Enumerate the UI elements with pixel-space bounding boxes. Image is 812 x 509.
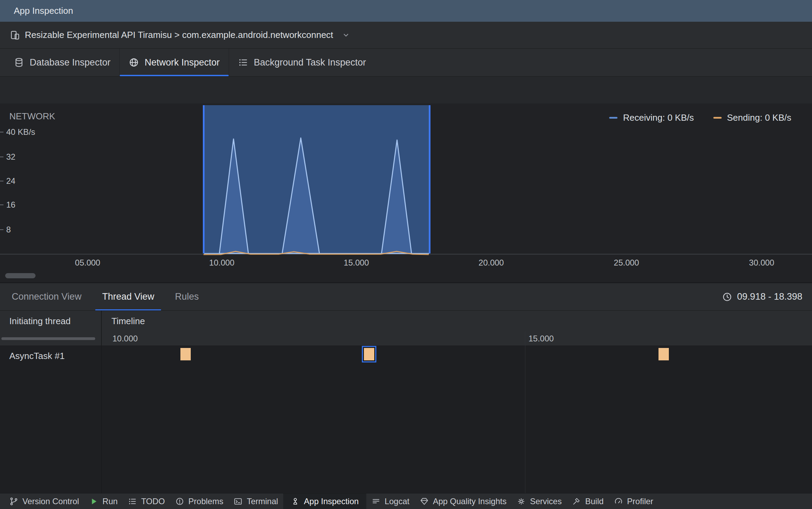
table-header-row: Initiating thread Timeline (0, 311, 812, 331)
y-axis-tick: 32 (0, 152, 16, 162)
timeline-tick: 10.000 (112, 334, 138, 343)
timeline-scrollbar-thumb[interactable] (5, 273, 36, 278)
chevron-down-icon (341, 31, 350, 40)
column-header-timeline[interactable]: Timeline (101, 316, 145, 327)
toolbar-item-build[interactable]: Build (567, 493, 608, 509)
terminal-icon (234, 497, 242, 506)
tool-window-titlebar: App Inspection (0, 0, 812, 22)
tool-window-bar: Version Control Run TODO Problems Termin… (0, 493, 812, 509)
y-axis-tick: 40 KB/s (0, 127, 35, 137)
x-axis-tick: 05.000 (75, 258, 100, 268)
tick-mark (0, 132, 3, 132)
chart-legend: Receiving: 0 KB/s Sending: 0 KB/s (609, 112, 791, 123)
app-inspection-icon (291, 497, 300, 506)
toolbar-item-todo[interactable]: TODO (123, 493, 170, 509)
services-gear-icon (517, 497, 526, 506)
legend-receiving-label: Receiving: 0 KB/s (623, 112, 694, 123)
resizable-device-icon (10, 30, 20, 40)
toolbar-item-services[interactable]: Services (512, 493, 567, 509)
toolbar-item-app-quality-insights[interactable]: App Quality Insights (415, 493, 512, 509)
tab-label: Database Inspector (30, 57, 110, 68)
y-axis-tick: 24 (0, 176, 16, 186)
toolbar-item-run[interactable]: Run (84, 493, 123, 509)
selection-left-handle (203, 105, 205, 253)
selected-time-range: 09.918 - 18.398 (722, 283, 802, 310)
toolbar-item-label: Terminal (247, 497, 278, 506)
x-axis-tick: 15.000 (344, 258, 369, 268)
receiving-swatch-icon (609, 117, 617, 119)
detail-tab-bar: Connection View Thread View Rules 09.918… (0, 283, 812, 311)
network-usage-chart[interactable]: NETWORK Receiving: 0 KB/s Sending: 0 KB/… (0, 103, 812, 283)
network-event-marker[interactable] (180, 348, 191, 360)
column-header-initiating-thread[interactable]: Initiating thread (0, 316, 101, 327)
x-axis-tick: 20.000 (478, 258, 504, 268)
globe-icon (129, 57, 139, 68)
process-selector[interactable]: Resizable Experimental API Tiramisu > co… (10, 30, 350, 40)
tick-mark (0, 157, 3, 157)
hammer-icon (572, 497, 581, 506)
task-list-icon (238, 57, 248, 68)
thread-rows-area[interactable]: AsyncTask #1 (0, 346, 812, 493)
tab-database-inspector[interactable]: Database Inspector (5, 49, 119, 76)
tool-window-title: App Inspection (14, 6, 73, 16)
inspector-tab-bar: Database Inspector Network Inspector Bac… (0, 49, 812, 77)
x-axis-tick: 10.000 (209, 258, 234, 268)
chart-title: NETWORK (9, 111, 55, 122)
tab-connection-view[interactable]: Connection View (5, 283, 88, 310)
y-axis-tick: 8 (0, 225, 11, 234)
tab-label: Network Inspector (145, 57, 220, 68)
toolbar-item-label: App Quality Insights (433, 497, 506, 506)
toolbar-item-label: Profiler (627, 497, 653, 506)
toolbar-item-logcat[interactable]: Logcat (366, 493, 415, 509)
inspector-toolbar (0, 77, 812, 103)
toolbar-item-label: Problems (188, 497, 223, 506)
tab-background-task-inspector[interactable]: Background Task Inspector (229, 49, 375, 76)
timeline-gridline (525, 331, 525, 493)
toolbar-item-label: Services (530, 497, 562, 506)
tick-mark (0, 204, 3, 205)
tab-label: Rules (175, 291, 199, 302)
thread-view-table: Initiating thread Timeline 10.000 15.000… (0, 311, 812, 493)
network-event-marker[interactable] (658, 348, 669, 360)
network-traffic-plot[interactable] (0, 103, 812, 257)
column-divider[interactable] (101, 311, 102, 493)
timeline-axis-row: 10.000 15.000 (0, 331, 812, 346)
toolbar-item-label: Build (585, 497, 603, 506)
thread-column-scrollbar-thumb[interactable] (1, 337, 95, 340)
app-inspection-window: App Inspection Resizable Experimental AP… (0, 0, 812, 509)
tab-thread-view[interactable]: Thread View (95, 283, 161, 310)
tick-mark (0, 181, 3, 181)
x-axis-tick: 30.000 (749, 258, 774, 268)
toolbar-item-terminal[interactable]: Terminal (228, 493, 283, 509)
toolbar-item-profiler[interactable]: Profiler (609, 493, 658, 509)
toolbar-item-label: TODO (141, 497, 165, 506)
toolbar-item-label: Logcat (385, 497, 409, 506)
tab-network-inspector[interactable]: Network Inspector (119, 49, 229, 76)
time-range-label: 09.918 - 18.398 (737, 291, 802, 302)
toolbar-item-app-inspection[interactable]: App Inspection (283, 493, 366, 509)
x-axis-tick: 25.000 (614, 258, 639, 268)
tab-label: Thread View (102, 291, 154, 302)
process-selector-bar: Resizable Experimental API Tiramisu > co… (0, 22, 812, 49)
clock-icon (722, 292, 732, 302)
sending-swatch-icon (713, 117, 722, 119)
toolbar-item-version-control[interactable]: Version Control (4, 493, 84, 509)
legend-sending-label: Sending: 0 KB/s (727, 112, 791, 123)
branch-icon (9, 497, 18, 506)
toolbar-item-label: Version Control (22, 497, 79, 506)
gem-icon (420, 497, 429, 506)
y-axis-tick: 16 (0, 200, 16, 210)
logcat-icon (372, 497, 380, 506)
tab-label: Connection View (12, 291, 81, 302)
tab-rules[interactable]: Rules (168, 283, 206, 310)
tick-mark (0, 229, 3, 230)
todo-list-icon (128, 497, 137, 506)
toolbar-item-label: Run (102, 497, 118, 506)
network-event-marker-selected[interactable] (364, 348, 374, 360)
process-selector-label: Resizable Experimental API Tiramisu > co… (25, 30, 333, 40)
timeline-tick: 15.000 (528, 334, 554, 343)
toolbar-item-problems[interactable]: Problems (170, 493, 228, 509)
tab-label: Background Task Inspector (254, 57, 366, 68)
gauge-icon (614, 497, 623, 506)
toolbar-item-label: App Inspection (304, 497, 359, 506)
